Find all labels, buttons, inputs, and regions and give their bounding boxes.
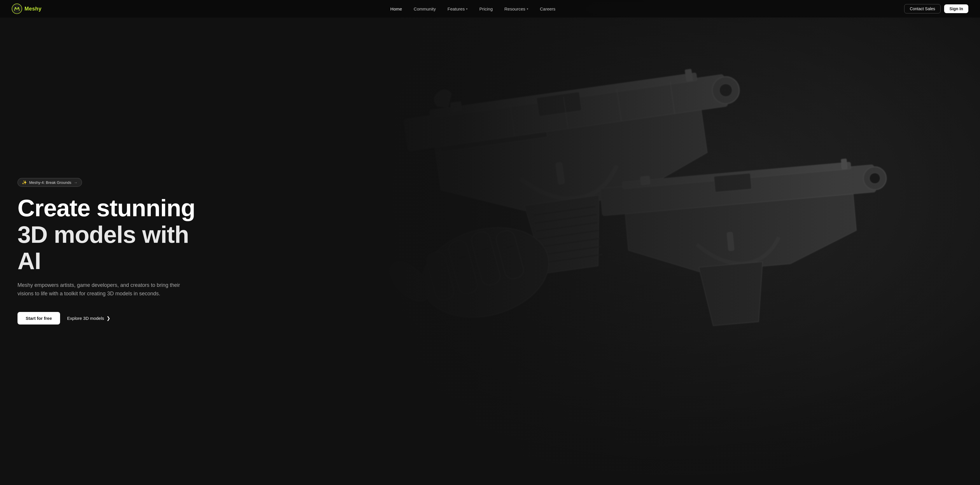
badge-text: Meshy-4: Break Grounds <box>29 180 72 185</box>
nav-item-home[interactable]: Home <box>385 4 407 14</box>
badge-arrow-icon: → <box>74 180 78 185</box>
logo-icon <box>12 3 22 14</box>
hero-content: ✨ Meshy-4: Break Grounds → Create stunni… <box>0 161 233 324</box>
hero-badge[interactable]: ✨ Meshy-4: Break Grounds → <box>18 178 82 187</box>
nav-links: Home Community Features ▾ Pricing Resour… <box>385 4 561 14</box>
hero-title-line1: Create stunning <box>18 195 195 221</box>
nav-actions: Contact Sales Sign In <box>904 4 968 13</box>
hero-title-line2: 3D models with AI <box>18 221 189 274</box>
nav-item-features[interactable]: Features ▾ <box>442 4 473 14</box>
hero-title: Create stunning 3D models with AI <box>18 195 216 274</box>
logo-text: Meshy <box>24 6 42 12</box>
explore-label: Explore 3D models <box>67 316 104 321</box>
nav-item-pricing[interactable]: Pricing <box>474 4 498 14</box>
resources-chevron-icon: ▾ <box>527 7 528 11</box>
features-chevron-icon: ▾ <box>466 7 468 11</box>
svg-point-2 <box>18 7 19 8</box>
contact-sales-button[interactable]: Contact Sales <box>904 4 940 13</box>
hero-cta-buttons: Start for free Explore 3D models ❯ <box>18 312 216 324</box>
nav-item-community[interactable]: Community <box>408 4 441 14</box>
nav-item-resources[interactable]: Resources ▾ <box>499 4 533 14</box>
sign-in-button[interactable]: Sign In <box>944 4 968 13</box>
logo[interactable]: Meshy <box>12 3 42 14</box>
explore-arrow-icon: ❯ <box>107 316 110 321</box>
nav-item-careers[interactable]: Careers <box>535 4 561 14</box>
explore-3d-models-button[interactable]: Explore 3D models ❯ <box>67 316 110 321</box>
svg-point-1 <box>16 7 16 8</box>
sparkle-icon: ✨ <box>22 180 27 185</box>
hero-subtitle: Meshy empowers artists, game developers,… <box>18 281 187 298</box>
hero-gradient-overlay <box>245 0 980 485</box>
svg-point-0 <box>12 4 22 14</box>
start-for-free-button[interactable]: Start for free <box>18 312 60 324</box>
hero-section: ✨ Meshy-4: Break Grounds → Create stunni… <box>0 0 980 485</box>
navbar: Meshy Home Community Features ▾ Pricing … <box>0 0 980 18</box>
